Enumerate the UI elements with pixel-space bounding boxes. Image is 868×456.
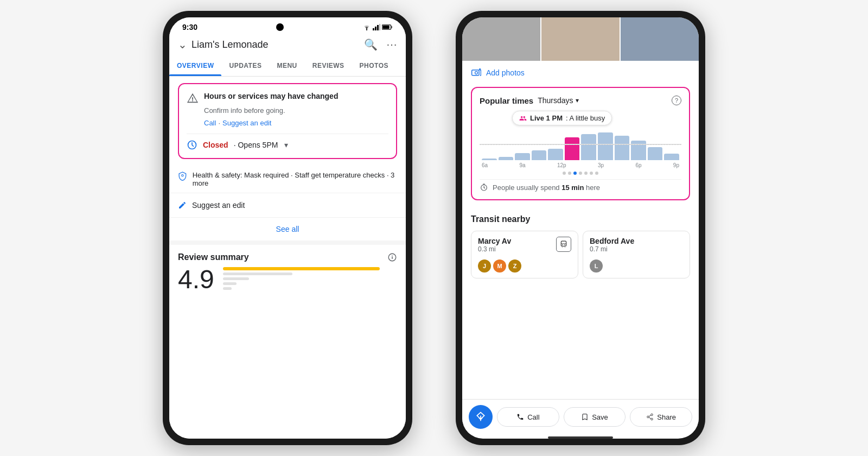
svg-rect-13	[392, 257, 393, 259]
suggest-edit-link[interactable]: Suggest an edit	[222, 119, 271, 127]
health-safety-text: Health & safety: Mask required · Staff g…	[193, 171, 397, 187]
search-icon[interactable]: 🔍	[364, 38, 378, 51]
line-badge-z: Z	[508, 259, 521, 273]
app-header: ⌄ Liam's Lemonade 🔍 ⋯	[169, 34, 406, 55]
review-section: Review summary 4.9	[169, 240, 406, 293]
bar-chart	[480, 128, 681, 160]
svg-rect-9	[192, 100, 193, 102]
svg-line-25	[565, 247, 565, 248]
save-label: Save	[592, 413, 608, 421]
alert-actions: Call · Suggest an edit	[204, 119, 388, 127]
pencil-icon	[178, 201, 187, 210]
bar-9	[615, 136, 630, 160]
add-photos-row[interactable]: Add photos	[462, 61, 699, 85]
closed-status: Closed	[203, 141, 228, 149]
bar-2	[499, 157, 514, 160]
svg-point-21	[562, 244, 563, 245]
photo-thumb-1	[462, 17, 540, 61]
rating-bar-3	[223, 277, 249, 280]
svg-point-27	[647, 416, 649, 418]
bar-6	[565, 137, 580, 160]
bookmark-icon	[581, 413, 589, 421]
station-dist-marcy: 0.3 mi	[478, 245, 511, 253]
camera-dot	[276, 23, 284, 31]
svg-rect-7	[382, 26, 390, 29]
rating-bar-4	[223, 273, 293, 275]
bar-1	[482, 159, 497, 160]
subway-icon	[556, 237, 571, 252]
popular-times-title-group: Popular times Thursdays ▾	[480, 96, 579, 105]
rating-bar-5	[223, 267, 380, 270]
wifi-icon	[362, 24, 371, 30]
maps-fab-button[interactable]	[469, 405, 493, 429]
back-icon[interactable]: ⌄	[178, 38, 187, 51]
svg-point-16	[475, 72, 478, 74]
svg-rect-6	[391, 26, 393, 28]
status-bar: 9:30	[169, 17, 406, 34]
bottom-action-bar: Call Save Share	[462, 399, 699, 434]
shield-icon	[178, 171, 187, 181]
photo-thumb-2	[541, 17, 620, 61]
bar-8	[598, 132, 613, 160]
hours-chevron-icon[interactable]: ▾	[284, 141, 288, 149]
rating-bar-1	[223, 287, 232, 290]
station-name-bedford: Bedford Ave	[590, 237, 634, 245]
review-title: Review summary	[178, 252, 249, 262]
rating-number: 4.9	[178, 267, 214, 293]
spend-text: People usually spend 15 min here	[493, 183, 600, 192]
clock-icon	[187, 140, 197, 150]
photos-strip	[462, 17, 699, 61]
train-icon	[560, 240, 567, 248]
save-button[interactable]: Save	[564, 407, 626, 427]
bar-7	[581, 134, 596, 160]
tabs-bar: OVERVIEW UPDATES MENU REVIEWS PHOTOS	[169, 55, 406, 77]
rating-row: 4.9	[178, 267, 397, 293]
tab-reviews[interactable]: REVIEWS	[305, 55, 352, 76]
call-button[interactable]: Call	[497, 407, 559, 427]
popular-times-title: Popular times	[480, 96, 533, 105]
alert-subtitle: Confirm info before going.	[204, 106, 388, 115]
tab-overview[interactable]: OVERVIEW	[169, 55, 221, 76]
battery-icon	[382, 24, 393, 30]
transit-lines-marcy: J M Z	[478, 259, 571, 273]
info-icon[interactable]	[387, 252, 397, 262]
bar-5	[548, 149, 563, 160]
right-phone: Add photos Popular times Thursdays ▾ ?	[456, 11, 705, 445]
share-label: Share	[657, 413, 676, 421]
transit-card-bedford: Bedford Ave 0.7 mi L	[583, 231, 690, 278]
hours-row: Closed · Opens 5PM ▾	[187, 134, 388, 150]
suggest-edit-row[interactable]: Suggest an edit	[169, 193, 406, 218]
tab-updates[interactable]: UPDATES	[221, 55, 269, 76]
share-button[interactable]: Share	[630, 407, 692, 427]
more-icon[interactable]: ⋯	[386, 38, 397, 51]
svg-point-26	[651, 414, 653, 416]
alert-header: Hours or services may have changed	[187, 92, 388, 104]
add-photo-icon	[471, 67, 482, 78]
bar-3	[515, 153, 530, 160]
line-badge-j: J	[478, 259, 491, 273]
call-link[interactable]: Call	[204, 119, 216, 127]
left-phone-screen: 9:30	[169, 17, 406, 439]
help-icon[interactable]: ?	[672, 96, 681, 105]
line-badge-l: L	[590, 259, 603, 273]
tab-menu[interactable]: MENU	[269, 55, 304, 76]
svg-line-30	[649, 415, 651, 416]
transit-cards: Marcy Av 0.3 mi	[471, 231, 690, 278]
svg-rect-2	[375, 27, 376, 30]
transit-lines-bedford: L	[590, 259, 683, 273]
hours-detail: · Opens 5PM	[234, 141, 278, 149]
chart-dots	[480, 172, 681, 175]
station-dist-bedford: 0.7 mi	[590, 245, 634, 253]
see-all-link: See all	[276, 225, 299, 233]
bar-10	[631, 141, 646, 160]
transit-section: Transit nearby Marcy Av 0.3 mi	[462, 207, 699, 278]
right-phone-screen: Add photos Popular times Thursdays ▾ ?	[462, 17, 699, 439]
phone-icon	[516, 413, 524, 421]
svg-point-14	[392, 255, 393, 256]
station-name-marcy: Marcy Av	[478, 237, 511, 245]
svg-rect-8	[192, 97, 193, 100]
see-all-row[interactable]: See all	[169, 218, 406, 240]
tab-photos[interactable]: PHOTOS	[352, 55, 396, 76]
day-selector[interactable]: Thursdays ▾	[538, 96, 578, 105]
alert-card: Hours or services may have changed Confi…	[178, 83, 397, 159]
